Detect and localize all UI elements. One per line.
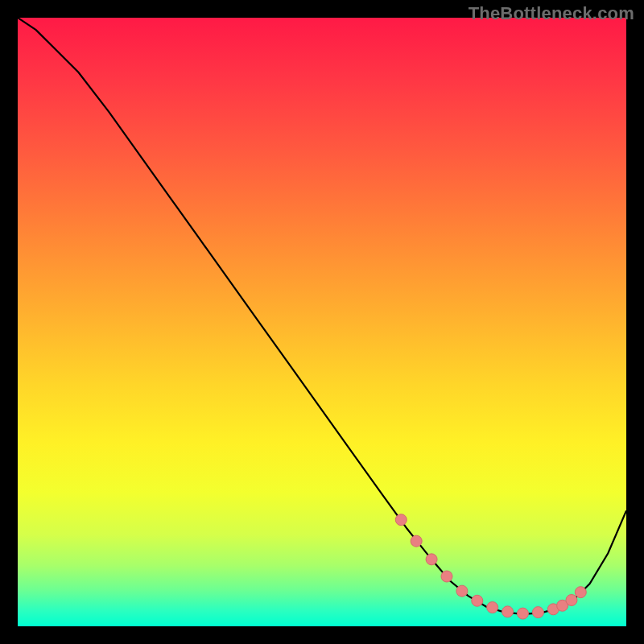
- plot-area: [18, 18, 626, 626]
- data-point: [566, 594, 577, 605]
- data-point: [487, 602, 498, 613]
- data-point: [472, 595, 483, 606]
- data-point: [411, 535, 422, 547]
- gradient-background: [18, 18, 626, 626]
- data-point: [441, 571, 452, 582]
- data-point: [517, 608, 528, 619]
- data-point: [532, 607, 543, 618]
- chart-svg: [18, 18, 626, 626]
- data-point: [426, 554, 437, 565]
- chart-container: TheBottleneck.com: [0, 0, 644, 644]
- data-point: [395, 514, 407, 526]
- data-point: [575, 587, 586, 598]
- data-point: [502, 606, 514, 617]
- data-point: [456, 585, 468, 597]
- attribution-label: TheBottleneck.com: [469, 3, 634, 24]
